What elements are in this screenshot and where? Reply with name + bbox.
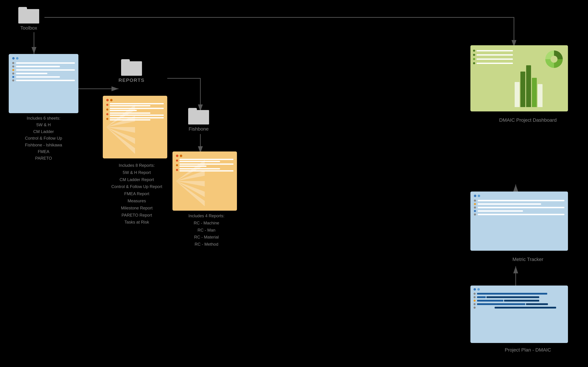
gantt-dot — [474, 296, 476, 298]
dash-line — [477, 58, 513, 60]
row-line — [478, 210, 523, 212]
dot-2 — [16, 57, 18, 59]
dash-line — [477, 50, 513, 51]
row-line — [16, 62, 75, 64]
gantt-bar-dark — [486, 296, 539, 298]
gantt-bar-dark — [495, 307, 556, 309]
reports-label: REPORTS — [119, 77, 145, 83]
row-dot — [12, 76, 14, 78]
bar-1 — [515, 82, 520, 107]
row-dot — [12, 69, 14, 71]
dot-1 — [12, 57, 15, 59]
dash-dot — [473, 58, 475, 60]
gantt-bar — [477, 303, 525, 305]
gantt-row-5 — [474, 307, 565, 309]
gantt-row-3 — [474, 300, 565, 302]
metric-tracker-card — [470, 192, 568, 251]
dash-dot — [473, 50, 475, 52]
row-line — [478, 203, 541, 205]
card-row-1 — [12, 62, 75, 64]
dash-dot — [473, 62, 475, 64]
gantt-bar-dark — [526, 303, 548, 305]
row-line — [16, 66, 60, 67]
svg-marker-9 — [106, 127, 135, 133]
row-line — [16, 76, 60, 78]
gantt-bar — [477, 300, 503, 301]
fishbone-rays-svg — [176, 155, 205, 208]
dot-1 — [474, 195, 476, 197]
dash-row-1 — [473, 50, 513, 52]
metric-header-dots — [474, 195, 564, 197]
card-row-3 — [12, 69, 75, 71]
gantt-bar — [477, 296, 486, 298]
row-line — [16, 73, 47, 74]
row-dot — [12, 79, 14, 82]
pie-chart-svg — [545, 50, 564, 69]
gantt-header — [474, 288, 565, 291]
reports-folder-icon — [121, 59, 142, 76]
metric-row-1 — [474, 200, 564, 202]
gantt-bar-area — [477, 307, 565, 309]
bar-3 — [526, 65, 531, 107]
fishbone-description: Includes 4 Reports: RC - Machine RC - Ma… — [169, 212, 244, 248]
reports-folder: REPORTS — [119, 59, 145, 83]
toolbox-label: Toolbox — [20, 25, 37, 31]
svg-marker-14 — [176, 181, 205, 186]
card-row-5 — [12, 76, 75, 78]
row-dot — [12, 66, 14, 67]
dashboard-label: DMAIC Project Dashboard — [481, 117, 575, 124]
dot-2 — [478, 195, 480, 197]
metric-row-2 — [474, 203, 564, 205]
row-dot — [474, 203, 476, 205]
gantt-dot — [474, 300, 476, 302]
card-header-dots — [12, 57, 75, 59]
gantt-row-1 — [474, 293, 565, 295]
reports-description: Includes 8 Reports: 5W & H Report CM Lad… — [99, 162, 174, 226]
gantt-dot — [474, 293, 476, 295]
gantt-bar-area — [477, 303, 565, 305]
gantt-dot — [474, 303, 476, 305]
fishbone-label: Fishbone — [188, 126, 209, 132]
dashboard-left — [473, 48, 513, 109]
project-plan-card — [470, 285, 568, 343]
row-line — [478, 207, 564, 208]
fishbone-folder: Fishbone — [188, 108, 209, 132]
row-dot — [474, 210, 476, 212]
row-dot — [474, 213, 476, 216]
dash-dot — [473, 54, 475, 56]
bar-2 — [520, 72, 525, 107]
toolbox-description: Includes 6 sheets: 5W & H CM Ladder Cont… — [5, 115, 82, 162]
reports-card-inner — [106, 99, 164, 155]
bar-4 — [532, 78, 537, 107]
dashboard-right — [515, 48, 565, 109]
dash-line — [477, 63, 513, 64]
svg-point-18 — [551, 56, 557, 63]
row-dot — [12, 72, 14, 75]
gantt-row-4 — [474, 303, 565, 305]
card-row-4 — [12, 72, 75, 75]
card-row-2 — [12, 66, 75, 67]
fishbone-spreadsheet-card — [172, 151, 237, 211]
row-dot — [12, 62, 14, 64]
gantt-bar-area — [477, 296, 565, 298]
dash-row-2 — [473, 54, 513, 56]
fishbone-folder-icon — [188, 108, 209, 125]
row-line — [16, 80, 75, 81]
row-line — [16, 69, 75, 71]
dashboard-inner — [473, 48, 565, 109]
dot-2 — [477, 288, 480, 291]
toolbox-folder-icon — [18, 7, 39, 24]
metric-row-5 — [474, 213, 564, 216]
project-plan-label: Project Plan - DMAIC — [481, 346, 575, 353]
toolbox-spreadsheet-card — [9, 54, 78, 113]
row-dot — [474, 207, 476, 209]
gantt-bar-dark — [504, 300, 539, 301]
gantt-dot — [474, 307, 476, 309]
metric-row-3 — [474, 207, 564, 209]
dash-row-4 — [473, 62, 513, 64]
gantt-bar-area — [477, 300, 565, 301]
reports-spreadsheet-card — [103, 96, 167, 158]
gantt-row-2 — [474, 296, 565, 298]
dot-1 — [474, 288, 476, 291]
card-row-6 — [12, 79, 75, 82]
